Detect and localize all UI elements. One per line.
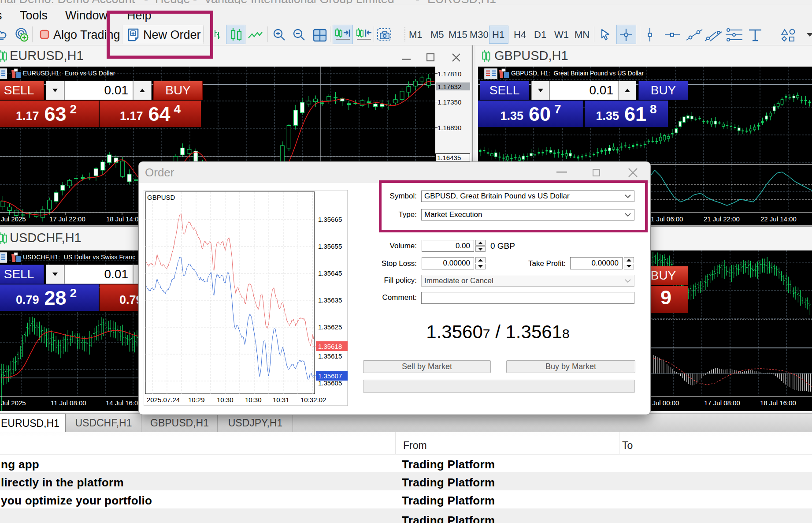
svg-text:18 Jul 16:00: 18 Jul 16:00 bbox=[760, 399, 796, 407]
svg-text:10:29: 10:29 bbox=[188, 396, 205, 403]
svg-text:10:32:02: 10:32:02 bbox=[300, 396, 326, 403]
svg-text:14 Jul 16:00: 14 Jul 16:00 bbox=[106, 399, 142, 407]
svg-text:22 Jul 14:00: 22 Jul 14:00 bbox=[760, 215, 797, 223]
svg-text:1.35615: 1.35615 bbox=[318, 352, 342, 360]
svg-text:1.35618: 1.35618 bbox=[318, 343, 342, 350]
svg-text:1.35655: 1.35655 bbox=[318, 243, 342, 250]
svg-text:10:31: 10:31 bbox=[273, 396, 289, 403]
svg-text:6 Jul 00:00: 6 Jul 00:00 bbox=[647, 399, 679, 407]
svg-text:10:30: 10:30 bbox=[217, 396, 234, 403]
svg-text:Jul 2025: Jul 2025 bbox=[1, 215, 26, 223]
svg-text:1.35607: 1.35607 bbox=[318, 372, 342, 380]
svg-text:1 Jul 06:00: 1 Jul 06:00 bbox=[651, 215, 683, 223]
svg-text:10:30: 10:30 bbox=[245, 396, 262, 403]
svg-text:1.35665: 1.35665 bbox=[318, 216, 342, 223]
svg-text:11 Jul 08:00: 11 Jul 08:00 bbox=[51, 399, 86, 407]
svg-text:18 Jul 14:00: 18 Jul 14:00 bbox=[106, 215, 142, 223]
svg-text:1.35635: 1.35635 bbox=[318, 296, 342, 304]
svg-text:17 Jul 08:00: 17 Jul 08:00 bbox=[704, 399, 740, 407]
svg-text:Jul 2025: Jul 2025 bbox=[1, 399, 26, 407]
svg-text:GBPUSD: GBPUSD bbox=[147, 194, 175, 201]
svg-text:21 Jul 22:00: 21 Jul 22:00 bbox=[704, 215, 740, 223]
svg-text:17 Jul 22:00: 17 Jul 22:00 bbox=[49, 215, 85, 223]
svg-text:2025.07.24: 2025.07.24 bbox=[147, 396, 180, 403]
svg-text:1.35645: 1.35645 bbox=[318, 269, 342, 277]
